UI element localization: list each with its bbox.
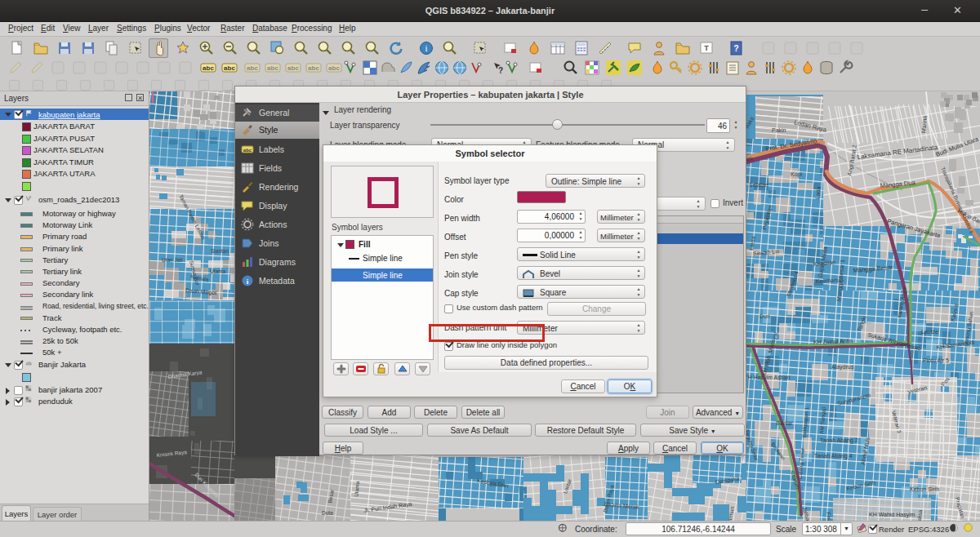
svg-text:Utama: Utama [210,268,226,274]
svg-text:T: T [704,44,709,52]
svg-text:Selatan: Selatan [749,182,768,188]
svg-text:Siantar: Siantar [776,420,793,426]
svg-text:abc: abc [308,64,319,72]
svg-text:abc: abc [247,64,258,72]
svg-text:abc: abc [287,64,299,72]
svg-text:Kopi: Kopi [791,171,802,178]
svg-text:KH Wahid Hasyim: KH Wahid Hasyim [869,512,915,518]
svg-text:Lautze: Lautze [921,329,938,335]
svg-text:Pakin: Pakin [772,127,786,133]
svg-text:KH Hasyim Ashari: KH Hasyim Ashari [744,375,791,381]
svg-text:Tanah Abang 2: Tanah Abang 2 [820,437,858,444]
svg-text:?: ? [498,66,503,75]
svg-text:Duta: Duta [322,510,333,516]
svg-text:abc: abc [328,64,340,72]
svg-text:Siantan: Siantan [211,248,229,254]
svg-text:abc: abc [224,64,235,72]
svg-text:Jaksa: Jaksa [916,509,923,521]
svg-text:abc: abc [203,64,214,72]
svg-text:Tanah Abang 4: Tanah Abang 4 [814,453,853,459]
svg-text:?: ? [733,44,738,53]
svg-text:abc: abc [267,64,278,72]
svg-text:Alaydrus: Alaydrus [831,364,854,371]
svg-text:i: i [425,43,427,53]
svg-text:Pintu Air 5: Pintu Air 5 [923,357,949,363]
svg-text:Utan Jati: Utan Jati [162,257,183,263]
svg-text:Kebon Sirih: Kebon Sirih [910,486,939,492]
svg-text:Duri: Duri [760,313,770,319]
svg-text:abc: abc [243,148,252,153]
